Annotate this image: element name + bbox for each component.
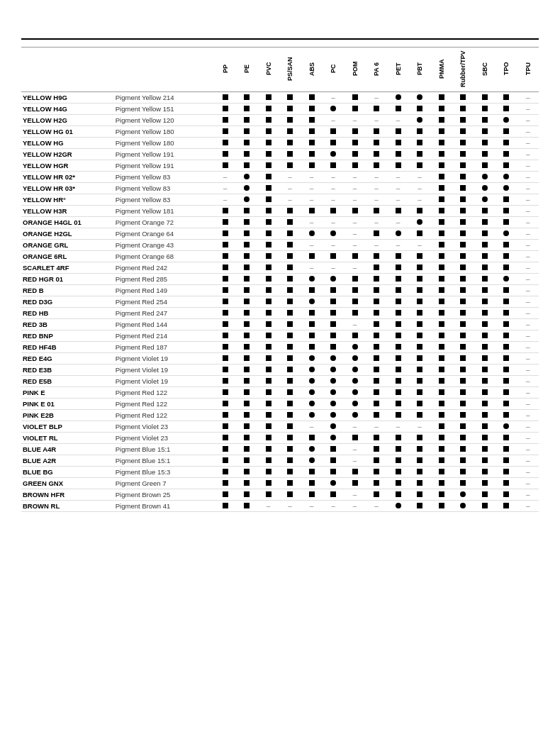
check-cell (257, 251, 279, 262)
check-cell (301, 126, 323, 138)
check-cell (474, 444, 495, 455)
check-cell (257, 342, 279, 353)
check-cell (430, 399, 452, 410)
check-cell: – (323, 183, 345, 194)
colour-index: Pigment Yellow 120 (114, 115, 215, 126)
product-name: PINK E2B (21, 410, 114, 421)
check-cell (323, 330, 345, 342)
check-cell (430, 115, 452, 126)
check-cell (430, 376, 452, 387)
check-cell (236, 478, 258, 489)
check-cell (279, 92, 301, 104)
check-cell (387, 342, 409, 353)
check-cell (387, 489, 409, 501)
check-cell: – (409, 421, 431, 433)
check-cell (409, 274, 431, 285)
check-cell (495, 274, 517, 285)
check-cell (344, 285, 366, 296)
check-cell: – (366, 183, 388, 194)
colour-index: Pigment Yellow 214 (114, 92, 215, 104)
col-abs: ABS (301, 48, 323, 92)
check-cell (236, 206, 258, 217)
colour-index: Pigment Yellow 181 (114, 206, 215, 217)
check-cell (387, 262, 409, 274)
check-cell (474, 501, 495, 512)
colour-index: Pigment Green 7 (114, 478, 215, 489)
check-cell (366, 364, 388, 376)
check-cell (323, 104, 345, 115)
check-cell (323, 126, 345, 138)
product-name: RED BNP (21, 330, 114, 342)
check-cell (214, 421, 236, 433)
check-cell (430, 478, 452, 489)
check-cell: – (344, 455, 366, 467)
check-cell (474, 115, 495, 126)
check-cell (387, 126, 409, 138)
check-cell (452, 217, 474, 228)
check-cell: – (517, 126, 539, 138)
check-cell (366, 342, 388, 353)
check-cell (301, 433, 323, 444)
check-cell: – (517, 455, 539, 467)
colour-index: Pigment Yellow 191 (114, 149, 215, 160)
check-cell (344, 274, 366, 285)
check-cell: – (517, 489, 539, 501)
check-cell (387, 410, 409, 421)
check-cell (495, 194, 517, 206)
check-cell (452, 478, 474, 489)
check-cell (387, 501, 409, 512)
col-pet: PET (387, 48, 409, 92)
check-cell (495, 183, 517, 194)
check-cell (214, 444, 236, 455)
check-cell (301, 160, 323, 172)
check-cell (495, 330, 517, 342)
check-cell (495, 206, 517, 217)
check-cell (409, 160, 431, 172)
check-cell (387, 478, 409, 489)
check-cell (430, 183, 452, 194)
check-cell (409, 353, 431, 364)
check-cell (474, 240, 495, 251)
check-cell (452, 399, 474, 410)
product-name: RED B (21, 285, 114, 296)
colour-index: Pigment Red 144 (114, 319, 215, 330)
check-cell (257, 104, 279, 115)
check-cell (495, 342, 517, 353)
check-cell (452, 251, 474, 262)
table-row: ORANGE GRLPigment Orange 43––––––– (21, 240, 539, 251)
check-cell (452, 342, 474, 353)
check-cell (279, 478, 301, 489)
check-cell (495, 240, 517, 251)
product-name: YELLOW H9G (21, 92, 114, 104)
table-row: ORANGE H2GLPigment Orange 64–– (21, 228, 539, 240)
check-cell: – (409, 194, 431, 206)
product-name: VIOLET RL (21, 433, 114, 444)
colour-index: Pigment Yellow 151 (114, 104, 215, 115)
check-cell (257, 489, 279, 501)
check-cell (430, 410, 452, 421)
check-cell (366, 444, 388, 455)
table-row: YELLOW HGRPigment Yellow 191– (21, 160, 539, 172)
colour-index: Pigment Yellow 191 (114, 160, 215, 172)
check-cell (409, 228, 431, 240)
check-cell (495, 285, 517, 296)
check-cell (474, 228, 495, 240)
check-cell (257, 433, 279, 444)
check-cell: – (301, 501, 323, 512)
check-cell (279, 206, 301, 217)
check-cell (495, 467, 517, 478)
product-name: BLUE A4R (21, 444, 114, 455)
check-cell (430, 319, 452, 330)
colour-index: Pigment Violet 19 (114, 353, 215, 364)
check-cell: – (323, 92, 345, 104)
check-cell (301, 308, 323, 319)
check-cell (430, 364, 452, 376)
check-cell (301, 387, 323, 399)
colour-index: Pigment Red 122 (114, 399, 215, 410)
check-cell (323, 444, 345, 455)
check-cell (257, 126, 279, 138)
colour-index: Pigment Blue 15:1 (114, 455, 215, 467)
check-cell (409, 251, 431, 262)
check-cell (214, 364, 236, 376)
check-cell (301, 296, 323, 308)
